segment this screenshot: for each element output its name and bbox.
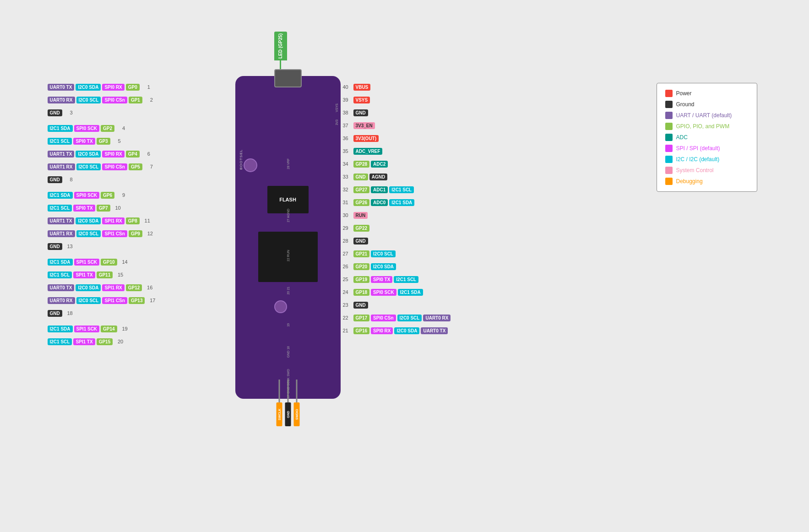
legend-color — [665, 145, 673, 152]
legend: Power Ground UART / UART (default) GPIO,… — [657, 83, 757, 192]
pin-label-uart: UART0 RX — [48, 297, 75, 304]
pin-gpio: GP2 — [101, 125, 114, 132]
pin-row-right: 27GP21I2C0 SCL — [343, 247, 451, 260]
pin-number: 24 — [343, 289, 352, 295]
pin-label-spi: SPI0 SCK — [74, 125, 100, 132]
pin-row-right: 22GP17SPI0 CSnI2C0 SCLUART0 RX — [343, 311, 451, 324]
pin-label-i2c: I2C1 SCL — [48, 138, 72, 145]
legend-text: System Control — [676, 167, 714, 174]
pin-row-right: 28GND — [343, 234, 451, 247]
pin-label-uart: UART0 TX — [48, 284, 75, 291]
pin-row-right: 40VBUS — [343, 81, 451, 93]
pin-row-right: 29GP22 — [343, 222, 451, 234]
pin-row-left: I2C1 SCLSPI0 TXGP710 — [48, 201, 156, 214]
pin-gpio: GP0 — [126, 84, 140, 91]
legend-color — [665, 123, 673, 130]
pin-gpio: GND — [353, 302, 368, 309]
pin-label-i2c: I2C1 SCL — [48, 338, 72, 345]
legend-text: ADC — [676, 134, 688, 141]
pin-label-spi: SPI1 SCK — [74, 326, 100, 332]
pin-row-right: 38GND — [343, 106, 451, 119]
pin-number: 7 — [145, 164, 153, 169]
pin-gpio: GND — [353, 238, 368, 244]
pin-number: 5 — [113, 138, 121, 144]
pin-number: 9 — [117, 192, 125, 198]
pin-label-spi: SPI0 CSn — [102, 97, 127, 103]
pin-gpio: 3V3_EN — [353, 122, 375, 129]
pin-number: 18 — [65, 310, 73, 316]
pin-number: 4 — [117, 125, 125, 131]
pin-number: 39 — [343, 97, 352, 103]
legend-color — [665, 134, 673, 141]
pin-number: 14 — [119, 259, 128, 265]
pin-label-spi: SPI0 SCK — [371, 289, 396, 296]
pin-number: 23 — [343, 302, 352, 308]
legend-color — [665, 167, 673, 174]
pin-number: 3 — [65, 110, 73, 115]
pin-row-left: I2C1 SCLSPI0 TXGP35 — [48, 135, 156, 147]
pin-label-i2c: I2C0 SDA — [76, 284, 101, 291]
pin-gpio: GP22 — [353, 225, 370, 232]
pin-row-right: 39VSYS — [343, 93, 451, 106]
pin-label-spi: SPI1 TX — [73, 271, 95, 278]
pin-number: 27 — [343, 251, 352, 256]
pin-label-uart: UART0 RX — [423, 315, 451, 321]
pin-number: 6 — [142, 151, 150, 157]
pin-number: 35 — [343, 148, 352, 154]
pin-label-i2c: I2C1 SDA — [48, 125, 73, 132]
pin-label-uart: UART1 TX — [48, 217, 75, 224]
pin-gpio: GP28 — [353, 161, 370, 168]
pin-row-left: UART1 TXI2C0 SDASPI0 RXGP46 — [48, 147, 156, 160]
pin-row-left: UART1 RXI2C0 SCLSPI1 CSnGP912 — [48, 227, 156, 240]
pin-label-spi: SPI1 RX — [102, 284, 124, 291]
pin-gpio: GP14 — [101, 326, 117, 332]
pin-number: 12 — [145, 231, 153, 236]
pin-number: 16 — [144, 285, 152, 290]
led-bar: LED (GP25) — [274, 32, 287, 60]
pin-number: 34 — [343, 161, 352, 167]
legend-color — [665, 178, 673, 185]
pin-gpio: GP8 — [126, 217, 140, 224]
pin-row-left: UART0 RXI2C0 SCLSPI1 CSnGP1317 — [48, 294, 156, 307]
pin-label-spi: SPI0 CSn — [102, 163, 127, 170]
pin-gpio: GND — [48, 310, 62, 317]
pin-gpio: GP3 — [97, 138, 110, 145]
pin-row-right: 373V3_EN — [343, 119, 451, 132]
pin-number: 28 — [343, 238, 352, 244]
pin-gpio: GP9 — [129, 230, 142, 237]
pin-label-i2c: I2C1 SCL — [394, 276, 418, 283]
pin-gpio: GP7 — [97, 205, 110, 212]
pin-row-right: 31GP26ADC0I2C1 SDA — [343, 196, 451, 209]
board: FLASH BOOTSEL VSYS 3V3 28 VRF 27 AGND 22… — [235, 76, 341, 399]
pin-label-i2c: I2C0 SDA — [371, 263, 396, 270]
pin-gpio: GP10 — [101, 259, 117, 266]
pin-row-right: 30RUN — [343, 209, 451, 222]
pin-label-uart: UART0 TX — [48, 84, 75, 91]
pin-label-spi: SPI0 CSn — [371, 315, 396, 321]
pin-label-uart: UART1 RX — [48, 163, 75, 170]
pin-number: 37 — [343, 123, 352, 128]
pin-row-left: GND8 — [48, 173, 156, 186]
pin-number: 10 — [113, 205, 121, 211]
pin-label-i2c: I2C1 SDA — [48, 192, 73, 199]
pin-gpio: GP1 — [129, 97, 142, 103]
pin-label-i2c: I2C1 SCL — [48, 271, 72, 278]
pin-label-spi: SPI1 SCK — [74, 259, 100, 266]
pin-number: 36 — [343, 136, 352, 141]
pin-label-adc: ADC0 — [371, 199, 388, 206]
pin-gpio: RUN — [353, 212, 368, 219]
pin-gpio: GP20 — [353, 263, 370, 270]
legend-text: SPI / SPI (default) — [676, 145, 720, 152]
pin-gpio: GND — [353, 174, 368, 180]
pin-row-left: I2C1 SDASPI1 SCKGP1419 — [48, 322, 156, 335]
pin-gpio: GP11 — [97, 271, 113, 278]
legend-item: Ground — [665, 101, 749, 108]
pin-row-left: I2C1 SDASPI0 SCKGP69 — [48, 189, 156, 201]
pin-row-left: UART1 RXI2C0 SCLSPI0 CSnGP57 — [48, 160, 156, 173]
legend-item: Debugging — [665, 178, 749, 185]
pin-label-uart: UART1 TX — [48, 151, 75, 157]
pin-gpio: ADC_VREF — [353, 148, 383, 155]
pin-gpio: GP4 — [126, 151, 140, 157]
pin-gpio: GP26 — [353, 199, 370, 206]
pin-gpio: GP15 — [97, 338, 113, 345]
